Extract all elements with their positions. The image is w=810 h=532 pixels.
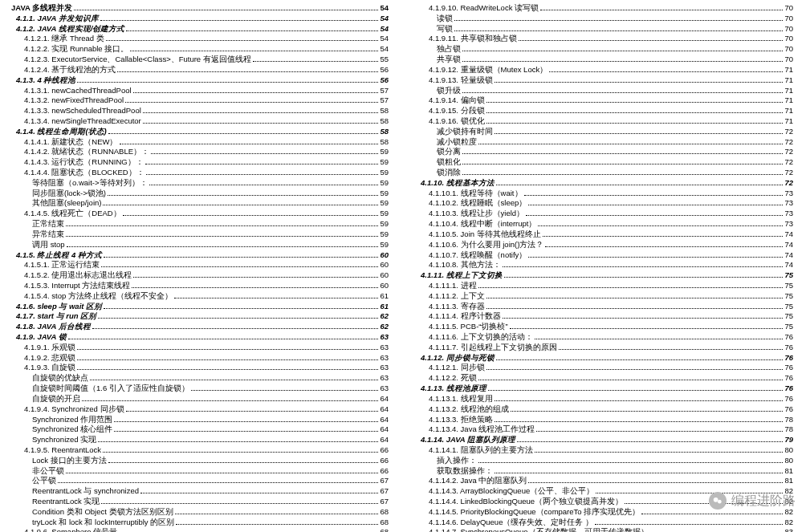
toc-entry[interactable]: 4.1.11.7. 引起线程上下文切换的原因76 (416, 343, 793, 353)
toc-entry[interactable]: 4.1.9.15. 分段锁71 (416, 106, 793, 116)
toc-entry[interactable]: 同步阻塞(lock->锁池)59 (11, 189, 389, 199)
toc-entry[interactable]: 4.1.2.2. 实现 Runnable 接口。54 (11, 44, 389, 55)
toc-entry[interactable]: 4.1.14. JAVA 阻塞队列原理79 (416, 435, 793, 445)
toc-entry[interactable]: 共享锁70 (416, 55, 793, 65)
toc-entry[interactable]: 4.1.14.5. PriorityBlockingQueue（compareT… (416, 507, 793, 518)
toc-entry[interactable]: 4.1.2.4. 基于线程池的方式56 (11, 65, 389, 75)
toc-entry[interactable]: 4.1.8. JAVA 后台线程62 (11, 322, 389, 332)
toc-entry[interactable]: 4.1.11.4. 程序计数器75 (416, 311, 793, 322)
toc-entry[interactable]: Synchronized 实现64 (11, 435, 389, 445)
toc-entry[interactable]: 4.1.10.8. 其他方法：74 (416, 260, 793, 270)
toc-entry[interactable]: 4.1.9.3. 自旋锁63 (11, 363, 389, 373)
toc-entry[interactable]: 4.1.12.1. 同步锁76 (416, 363, 793, 373)
toc-entry[interactable]: 4.1.2. JAVA 线程实现/创建方式54 (11, 24, 389, 35)
toc-entry[interactable]: 4.1.3.4. newSingleThreadExecutor58 (11, 116, 389, 127)
toc-entry[interactable]: 4.1.7. start 与 run 区别62 (11, 311, 389, 322)
toc-entry[interactable]: Lock 接口的主要方法66 (11, 456, 389, 466)
toc-entry[interactable]: 4.1.4.2. 就绪状态（RUNNABLE）：59 (11, 147, 389, 157)
toc-entry[interactable]: 4.1.9.13. 轻量级锁71 (416, 75, 793, 86)
toc-entry[interactable]: 4.1.13.3. 拒绝策略78 (416, 415, 793, 425)
toc-entry[interactable]: 自旋锁的优缺点63 (11, 373, 389, 384)
toc-entry[interactable]: 4.1.5.4. stop 方法终止线程（线程不安全）61 (11, 291, 389, 302)
toc-entry[interactable]: Condition 类和 Object 类锁方法区别区别68 (11, 507, 389, 518)
toc-entry[interactable]: 锁粗化72 (416, 157, 793, 168)
toc-entry[interactable]: 4.1.5.3. Interrupt 方法结束线程60 (11, 281, 389, 291)
toc-entry[interactable]: 4.1.12.2. 死锁76 (416, 373, 793, 384)
toc-entry[interactable]: 4.1.14.6. DelayQueue（缓存失效、定时任务 ）82 (416, 518, 793, 528)
toc-entry[interactable]: 正常结束59 (11, 219, 389, 229)
toc-entry[interactable]: 获取数据操作：81 (416, 466, 793, 477)
toc-entry[interactable]: 公平锁67 (11, 476, 389, 486)
toc-entry[interactable]: 4.1.13.1. 线程复用76 (416, 394, 793, 404)
toc-entry[interactable]: 4.1.12. 同步锁与死锁76 (416, 353, 793, 363)
toc-entry[interactable]: Synchronized 核心组件64 (11, 424, 389, 435)
toc-entry[interactable]: 4.1.13. 线程池原理76 (416, 384, 793, 394)
toc-entry[interactable]: 4.1.5.1. 正常运行结束60 (11, 260, 389, 270)
toc-entry[interactable]: 异常结束59 (11, 229, 389, 240)
toc-entry[interactable]: 读锁70 (416, 14, 793, 24)
toc-entry[interactable]: 4.1.4.5. 线程死亡（DEAD）59 (11, 209, 389, 219)
toc-entry[interactable]: 4.1.10.2. 线程睡眠（sleep）73 (416, 198, 793, 209)
toc-entry[interactable]: JAVA 多线程并发54 (11, 3, 389, 14)
toc-entry[interactable]: 4.1.4.1. 新建状态（NEW）58 (11, 137, 389, 148)
toc-entry[interactable]: 4.1.9.10. ReadWriteLock 读写锁70 (416, 3, 793, 14)
toc-entry[interactable]: 4.1.10.3. 线程让步（yield）73 (416, 209, 793, 219)
toc-entry[interactable]: 插入操作：80 (416, 456, 793, 466)
toc-entry[interactable]: 4.1.2.1. 继承 Thread 类54 (11, 34, 389, 44)
toc-entry[interactable]: 4.1.11.2. 上下文75 (416, 291, 793, 302)
toc-entry[interactable]: 4.1.10.5. Join 等待其他线程终止74 (416, 229, 793, 240)
toc-entry[interactable]: 4.1.9.5. ReentrantLock66 (11, 445, 389, 456)
toc-entry[interactable]: 4.1.3.3. newScheduledThreadPool58 (11, 106, 389, 116)
toc-entry[interactable]: 4.1.9.6. Semaphore 信号量68 (11, 527, 389, 532)
toc-entry[interactable]: 4.1.10.1. 线程等待（wait）73 (416, 189, 793, 199)
toc-entry[interactable]: 4.1.11.1. 进程75 (416, 281, 793, 291)
toc-entry[interactable]: 4.1.4.4. 阻塞状态（BLOCKED）：59 (11, 168, 389, 178)
toc-entry[interactable]: 4.1.14.3. ArrayBlockingQueue（公平、非公平）82 (416, 486, 793, 497)
toc-entry[interactable]: 4.1.11.6. 上下文切换的活动：76 (416, 332, 793, 343)
toc-entry[interactable]: 4.1.10.4. 线程中断（interrupt）73 (416, 219, 793, 229)
toc-entry[interactable]: 4.1.5.2. 使用退出标志退出线程60 (11, 270, 389, 281)
toc-entry[interactable]: 4.1.3.1. newCachedThreadPool57 (11, 86, 389, 96)
toc-entry[interactable]: 4.1.14.4. LinkedBlockingQueue（两个独立锁提高并发）… (416, 497, 793, 507)
toc-entry[interactable]: 4.1.11. 线程上下文切换75 (416, 270, 793, 281)
toc-entry[interactable]: 写锁70 (416, 24, 793, 35)
toc-entry[interactable]: 等待阻塞（o.wait->等待对列）：59 (11, 178, 389, 189)
toc-entry[interactable]: 4.1.14.7. SynchronousQueue（不存储数据、可用于传递数据… (416, 527, 793, 532)
toc-entry[interactable]: 非公平锁66 (11, 466, 389, 477)
toc-entry[interactable]: 调用 stop59 (11, 240, 389, 250)
toc-entry[interactable]: Synchronized 作用范围64 (11, 415, 389, 425)
toc-entry[interactable]: 4.1.4.3. 运行状态（RUNNING）：59 (11, 157, 389, 168)
toc-entry[interactable]: 4.1.14.2. Java 中的阻塞队列81 (416, 476, 793, 486)
toc-entry[interactable]: 锁升级71 (416, 86, 793, 96)
toc-entry[interactable]: 4.1.9.16. 锁优化71 (416, 116, 793, 127)
toc-entry[interactable]: 自旋锁时间阈值（1.6 引入了适应性自旋锁）63 (11, 384, 389, 394)
toc-entry[interactable]: 4.1.9.1. 乐观锁63 (11, 343, 389, 353)
toc-entry[interactable]: 4.1.9.12. 重量级锁（Mutex Lock）71 (416, 65, 793, 75)
toc-entry[interactable]: 独占锁70 (416, 44, 793, 55)
toc-entry[interactable]: 4.1.9.14. 偏向锁71 (416, 95, 793, 106)
toc-entry[interactable]: tryLock 和 lock 和 lockInterruptibly 的区别68 (11, 518, 389, 528)
toc-entry[interactable]: 锁分离72 (416, 147, 793, 157)
toc-entry[interactable]: 4.1.10. 线程基本方法72 (416, 178, 793, 189)
toc-entry[interactable]: 4.1.2.3. ExecutorService、Callable<Class>… (11, 55, 389, 65)
toc-entry[interactable]: ReentrantLock 实现67 (11, 497, 389, 507)
toc-entry[interactable]: 其他阻塞(sleep/join)59 (11, 198, 389, 209)
toc-entry[interactable]: 4.1.13.4. Java 线程池工作过程78 (416, 424, 793, 435)
toc-entry[interactable]: 4.1.10.6. 为什么要用 join()方法？74 (416, 240, 793, 250)
toc-entry[interactable]: 锁消除72 (416, 168, 793, 178)
toc-entry[interactable]: 4.1.6. sleep 与 wait 区别61 (11, 302, 389, 312)
toc-entry[interactable]: 4.1.11.5. PCB-“切换桢”75 (416, 322, 793, 332)
toc-entry[interactable]: 4.1.13.2. 线程池的组成76 (416, 404, 793, 415)
toc-entry[interactable]: 4.1.3. 4 种线程池56 (11, 75, 389, 86)
toc-entry[interactable]: 4.1.5. 终止线程 4 种方式60 (11, 250, 389, 261)
toc-entry[interactable]: 4.1.9.2. 悲观锁63 (11, 353, 389, 363)
toc-entry[interactable]: 减小锁粒度72 (416, 137, 793, 148)
toc-entry[interactable]: 4.1.3.2. newFixedThreadPool57 (11, 95, 389, 106)
toc-entry[interactable]: 4.1.9.4. Synchronized 同步锁64 (11, 404, 389, 415)
toc-entry[interactable]: 4.1.10.7. 线程唤醒（notify）74 (416, 250, 793, 261)
toc-entry[interactable]: 4.1.1. JAVA 并发知识库54 (11, 14, 389, 24)
toc-entry[interactable]: 自旋锁的开启64 (11, 394, 389, 404)
toc-entry[interactable]: 4.1.9.11. 共享锁和独占锁70 (416, 34, 793, 44)
toc-entry[interactable]: ReentrantLock 与 synchronized67 (11, 486, 389, 497)
toc-entry[interactable]: 4.1.4. 线程生命周期(状态)58 (11, 127, 389, 137)
